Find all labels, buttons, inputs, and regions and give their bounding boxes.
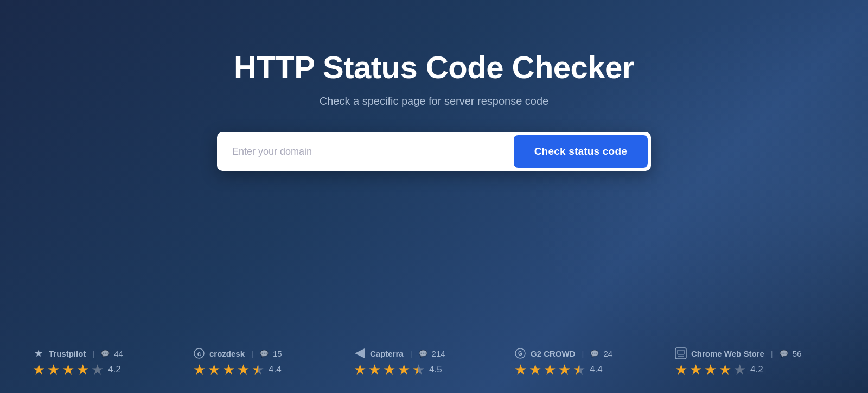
star: ★ — [33, 363, 45, 377]
rating-item: Capterra|💬214★★★★★4.5 — [354, 347, 514, 377]
stars-row: ★★★★★4.5 — [354, 363, 514, 377]
star: ★ — [368, 363, 381, 377]
svg-marker-2 — [355, 348, 365, 358]
star: ★ — [193, 363, 206, 377]
svg-rect-6 — [678, 350, 684, 354]
star: ★ — [398, 363, 410, 377]
platform-icon — [354, 347, 366, 359]
svg-text:c: c — [197, 350, 201, 358]
rating-item: G G2 CROWD|💬24★★★★★4.4 — [514, 347, 675, 377]
rating-score: 4.2 — [108, 364, 121, 375]
page-title: HTTP Status Code Checker — [234, 49, 634, 85]
review-count: 214 — [432, 349, 445, 358]
rating-score: 4.4 — [590, 364, 603, 375]
rating-score: 4.5 — [429, 364, 442, 375]
main-content: HTTP Status Code Checker Check a specifi… — [0, 49, 868, 171]
star: ★ — [544, 363, 556, 377]
platform-icon — [675, 347, 687, 359]
star: ★ — [558, 363, 571, 377]
divider: | — [410, 349, 412, 358]
star: ★ — [222, 363, 235, 377]
review-count: 44 — [114, 349, 123, 358]
star: ★ — [76, 363, 89, 377]
divider: | — [771, 349, 773, 358]
domain-input[interactable] — [217, 132, 514, 171]
rating-header: c crozdesk|💬15 — [193, 347, 354, 359]
review-icon: 💬 — [260, 350, 269, 358]
rating-item: c crozdesk|💬15★★★★★4.4 — [193, 347, 354, 377]
star: ★ — [208, 363, 220, 377]
platform-name: crozdesk — [209, 349, 245, 358]
rating-header: Chrome Web Store|💬56 — [675, 347, 835, 359]
platform-name: Trustpilot — [49, 349, 86, 358]
review-icon: 💬 — [780, 350, 788, 358]
stars-row: ★★★★★4.4 — [193, 363, 354, 377]
review-count: 15 — [273, 349, 282, 358]
svg-rect-5 — [675, 348, 686, 359]
platform-icon: G — [514, 347, 526, 359]
star: ★ — [514, 363, 527, 377]
platform-icon: c — [193, 347, 205, 359]
svg-text:G: G — [518, 351, 522, 357]
star: ★ — [733, 363, 746, 377]
divider: | — [582, 349, 584, 358]
page-subtitle: Check a specific page for server respons… — [320, 95, 548, 107]
platform-name: Chrome Web Store — [691, 349, 764, 358]
rating-item: Chrome Web Store|💬56★★★★★4.2 — [675, 347, 835, 377]
star: ★ — [91, 363, 104, 377]
review-icon: 💬 — [419, 350, 427, 358]
star: ★ — [354, 363, 366, 377]
platform-name: Capterra — [370, 349, 404, 358]
stars-row: ★★★★★4.2 — [33, 363, 193, 377]
star: ★ — [412, 363, 425, 377]
check-status-button[interactable]: Check status code — [514, 135, 648, 168]
platform-icon: ★ — [33, 347, 44, 359]
review-icon: 💬 — [101, 350, 110, 358]
star: ★ — [529, 363, 541, 377]
star: ★ — [383, 363, 395, 377]
rating-header: Capterra|💬214 — [354, 347, 514, 359]
platform-name: G2 CROWD — [531, 349, 576, 358]
search-container: Check status code — [217, 132, 651, 171]
rating-score: 4.4 — [269, 364, 282, 375]
ratings-bar: ★Trustpilot|💬44★★★★★4.2 c crozdesk|💬15★★… — [0, 347, 868, 393]
stars-row: ★★★★★4.2 — [675, 363, 835, 377]
star: ★ — [675, 363, 687, 377]
divider: | — [92, 349, 94, 358]
rating-header: G G2 CROWD|💬24 — [514, 347, 675, 359]
star: ★ — [62, 363, 74, 377]
star: ★ — [719, 363, 731, 377]
star: ★ — [252, 363, 264, 377]
stars-row: ★★★★★4.4 — [514, 363, 675, 377]
review-count: 56 — [793, 349, 802, 358]
review-count: 24 — [603, 349, 612, 358]
divider: | — [251, 349, 253, 358]
rating-score: 4.2 — [750, 364, 763, 375]
rating-header: ★Trustpilot|💬44 — [33, 347, 193, 359]
star: ★ — [704, 363, 717, 377]
star: ★ — [573, 363, 585, 377]
rating-item: ★Trustpilot|💬44★★★★★4.2 — [33, 347, 193, 377]
star: ★ — [690, 363, 702, 377]
review-icon: 💬 — [590, 350, 599, 358]
star: ★ — [237, 363, 250, 377]
star: ★ — [47, 363, 60, 377]
